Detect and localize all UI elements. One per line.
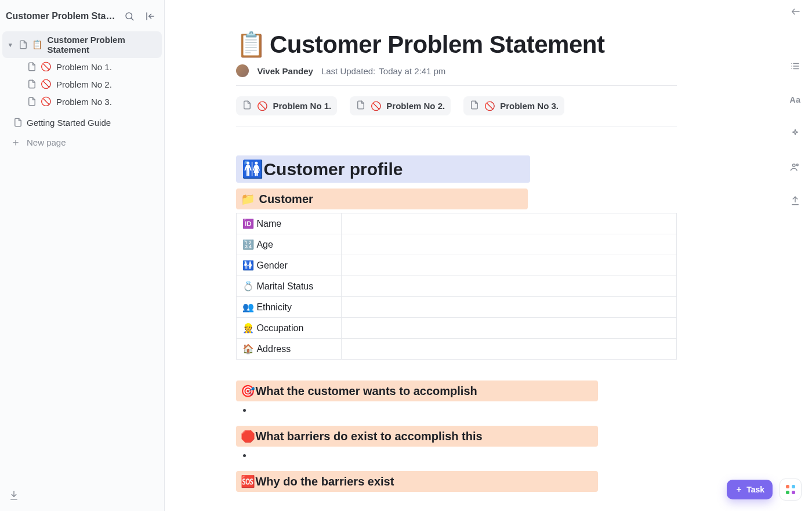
tree-root-label: Customer Problem Statement — [48, 35, 157, 55]
svg-point-0 — [126, 13, 132, 19]
row-label-text: Age — [256, 240, 273, 249]
author-name: Vivek Pandey — [257, 66, 313, 76]
row-value[interactable] — [342, 297, 677, 318]
app-root: Customer Problem Statement ▾ 📋 Customer … — [0, 0, 812, 511]
row-value[interactable] — [342, 318, 677, 339]
download-icon — [9, 490, 19, 501]
doc-icon — [469, 100, 480, 112]
people-button[interactable] — [787, 159, 803, 175]
row-emoji: 🆔 — [242, 219, 254, 229]
divider — [236, 126, 677, 126]
tree-item-label: Getting Started Guide — [27, 118, 111, 128]
tree-item[interactable]: 🚫 Problem No 2. — [2, 75, 162, 93]
section-customer-profile: 🚻Customer profile — [236, 155, 530, 183]
title-emoji: 📋 — [236, 30, 266, 59]
row-value[interactable] — [342, 234, 677, 255]
row-label-text: Occupation — [256, 323, 303, 333]
byline: Vivek Pandey Last Updated: Today at 2:41… — [236, 64, 677, 77]
tree-item-label: Problem No 1. — [56, 62, 112, 72]
apps-icon — [786, 485, 795, 494]
row-label-text: Address — [256, 344, 291, 354]
table-row: 👷Occupation — [237, 318, 677, 339]
import-button[interactable] — [7, 488, 21, 502]
row-value[interactable] — [342, 276, 677, 297]
sidebar-header: Customer Problem Statement — [0, 0, 164, 29]
row-emoji: 💍 — [242, 281, 254, 291]
updated-value: Today at 2:41 pm — [379, 66, 445, 76]
expand-button[interactable] — [788, 3, 804, 20]
subpage-chips: 🚫 Problem No 1. 🚫 Problem No 2. 🚫 Proble… — [236, 96, 677, 115]
bullet-list[interactable] — [252, 450, 677, 461]
table-row: 🔢Age — [237, 234, 677, 255]
list-item[interactable] — [252, 450, 677, 461]
outline-button[interactable] — [787, 58, 803, 74]
sparkle-icon — [790, 128, 800, 139]
new-page-button[interactable]: ＋ New page — [2, 131, 162, 153]
chip-emoji: 🚫 — [484, 101, 495, 111]
row-label-text: Marital Status — [256, 281, 313, 291]
doc-icon — [27, 61, 37, 72]
svg-point-11 — [796, 164, 798, 166]
row-label: 🏠Address — [237, 339, 342, 360]
doc-icon — [356, 100, 366, 112]
search-button[interactable] — [121, 8, 137, 24]
divider — [236, 85, 677, 86]
new-task-button[interactable]: ＋ Task — [727, 480, 773, 499]
row-label: 👥Ethnicity — [237, 297, 342, 318]
doc-icon — [13, 117, 23, 128]
h3-text: Why do the barriers exist — [255, 475, 394, 488]
tree-item[interactable]: Getting Started Guide — [2, 114, 162, 131]
caret-down-icon[interactable]: ▾ — [7, 41, 14, 49]
row-label: 🔢Age — [237, 234, 342, 255]
table-row: 🚻Gender — [237, 255, 677, 276]
subsection-customer: 📁 Customer — [236, 189, 527, 209]
export-icon — [790, 195, 800, 206]
export-button[interactable] — [787, 193, 803, 209]
typography-button[interactable]: Aa — [787, 92, 803, 108]
tree-item[interactable]: 🚫 Problem No 3. — [2, 93, 162, 110]
row-emoji: 👷 — [242, 323, 254, 333]
row-value[interactable] — [342, 255, 677, 276]
h3-emoji: 🆘 — [241, 475, 255, 488]
tree-item-label: Problem No 3. — [56, 97, 112, 107]
subpage-chip[interactable]: 🚫 Problem No 2. — [350, 96, 451, 115]
doc-icon — [18, 39, 28, 50]
doc-icon — [27, 96, 37, 107]
subpage-chip[interactable]: 🚫 Problem No 1. — [236, 96, 337, 115]
list-item[interactable] — [252, 405, 677, 415]
row-value[interactable] — [342, 213, 677, 234]
main: 📋 Customer Problem Statement Vivek Pande… — [165, 0, 812, 511]
ai-button[interactable] — [787, 125, 803, 142]
bullet-list[interactable] — [252, 405, 677, 415]
plus-icon: ＋ — [735, 484, 743, 495]
subsection-wants: 🎯What the customer wants to accomplish — [236, 380, 598, 401]
page-tree: ▾ 📋 Customer Problem Statement 🚫 Problem… — [0, 29, 164, 153]
page-title: 📋 Customer Problem Statement — [236, 30, 677, 59]
tree-root-row[interactable]: ▾ 📋 Customer Problem Statement — [2, 31, 162, 58]
apps-button[interactable] — [780, 479, 802, 501]
table-row: 🆔Name — [237, 213, 677, 234]
row-emoji: 👥 — [242, 302, 254, 312]
plus-icon: ＋ — [10, 137, 21, 147]
svg-line-1 — [131, 18, 133, 20]
row-value[interactable] — [342, 339, 677, 360]
table-row: 👥Ethnicity — [237, 297, 677, 318]
chip-emoji: 🚫 — [371, 101, 382, 111]
doc-icon — [27, 79, 37, 89]
subpage-chip[interactable]: 🚫 Problem No 3. — [463, 96, 564, 115]
page-emoji: 🚫 — [41, 61, 52, 72]
page-emoji: 📋 — [32, 39, 43, 50]
tree-children: 🚫 Problem No 1. 🚫 Problem No 2. 🚫 Proble… — [2, 58, 162, 110]
subsection-barriers: 🛑What barriers do exist to accomplish th… — [236, 426, 598, 447]
h3-text: Customer — [259, 193, 313, 206]
collapse-icon — [145, 11, 155, 21]
h3-emoji: 📁 — [241, 192, 255, 206]
collapse-sidebar-button[interactable] — [142, 8, 158, 24]
row-label: 👷Occupation — [237, 318, 342, 339]
subsection-why: 🆘Why do the barriers exist — [236, 471, 598, 492]
row-label-text: Ethnicity — [256, 302, 291, 312]
outline-icon — [790, 61, 800, 71]
row-label: 🆔Name — [237, 213, 342, 234]
tree-item[interactable]: 🚫 Problem No 1. — [2, 58, 162, 75]
row-emoji: 🚻 — [242, 260, 254, 270]
